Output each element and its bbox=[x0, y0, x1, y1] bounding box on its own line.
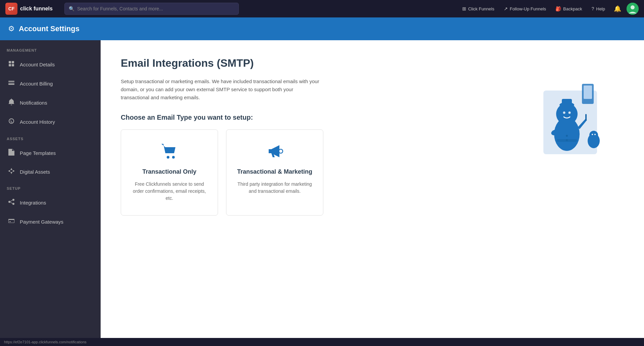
logo[interactable]: CF click funnels bbox=[5, 3, 59, 15]
page-description: Setup transactional or marketing emails.… bbox=[121, 77, 322, 102]
nav-click-funnels-label: Click Funnels bbox=[468, 6, 494, 11]
svg-rect-30 bbox=[585, 114, 587, 121]
nav-follow-up-funnels[interactable]: ↗ Follow-Up Funnels bbox=[500, 4, 549, 13]
content-wrapper: Email Integrations (SMTP) Setup transact… bbox=[121, 57, 624, 216]
svg-point-1 bbox=[631, 5, 635, 9]
sidebar-item-page-templates[interactable]: Page Templates bbox=[0, 143, 101, 163]
status-bar: https://ef2e7101-app.clickfunnels.com/no… bbox=[0, 338, 644, 346]
sidebar-account-history-label: Account History bbox=[20, 119, 55, 125]
transactional-only-card[interactable]: Transactional Only Free Clickfunnels ser… bbox=[121, 129, 218, 216]
sidebar: Management Account Details Account Billi… bbox=[0, 40, 101, 338]
sidebar-item-digital-assets[interactable]: Digital Assets bbox=[0, 163, 101, 181]
svg-rect-4 bbox=[9, 64, 11, 66]
setup-section-label: Setup bbox=[0, 181, 101, 193]
sidebar-payment-gateways-label: Payment Gateways bbox=[20, 219, 63, 225]
account-billing-icon bbox=[8, 79, 15, 88]
svg-rect-6 bbox=[8, 81, 14, 82]
sidebar-digital-assets-label: Digital Assets bbox=[20, 169, 50, 175]
sidebar-account-billing-label: Account Billing bbox=[20, 81, 53, 86]
svg-line-13 bbox=[10, 202, 12, 204]
transactional-marketing-title: Transactional & Marketing bbox=[236, 168, 313, 175]
sidebar-item-notifications[interactable]: Notifications bbox=[0, 93, 101, 112]
status-url: https://ef2e7101-app.clickfunnels.com/no… bbox=[4, 340, 87, 344]
svg-line-12 bbox=[10, 200, 12, 201]
avatar-image bbox=[627, 3, 639, 15]
svg-rect-5 bbox=[12, 64, 14, 66]
notifications-bell-icon[interactable]: 🔔 bbox=[611, 3, 624, 14]
sidebar-item-account-billing[interactable]: Account Billing bbox=[0, 74, 101, 93]
svg-rect-19 bbox=[584, 85, 592, 99]
svg-point-34 bbox=[566, 139, 568, 141]
settings-gear-icon: ⚙ bbox=[8, 24, 15, 33]
logo-icon: CF bbox=[5, 3, 17, 15]
sidebar-item-account-details[interactable]: Account Details bbox=[0, 55, 101, 74]
transactional-marketing-desc: Third party integration for marketing an… bbox=[236, 181, 313, 195]
page-title: Email Integrations (SMTP) bbox=[121, 57, 624, 69]
nav-backpack[interactable]: 🎒 Backpack bbox=[552, 4, 585, 13]
svg-point-15 bbox=[172, 156, 175, 159]
account-history-icon bbox=[8, 118, 15, 126]
account-details-icon bbox=[8, 60, 15, 69]
search-input[interactable] bbox=[77, 6, 234, 11]
followup-nav-icon: ↗ bbox=[504, 6, 508, 11]
megaphone-icon bbox=[236, 143, 313, 163]
logo-text: click funnels bbox=[20, 6, 53, 12]
svg-point-9 bbox=[8, 201, 10, 203]
sidebar-notifications-label: Notifications bbox=[20, 100, 47, 106]
svg-rect-8 bbox=[8, 84, 14, 85]
cart-icon bbox=[131, 143, 208, 163]
nav-help[interactable]: ? Help bbox=[588, 4, 608, 13]
sidebar-integrations-label: Integrations bbox=[20, 200, 46, 206]
backpack-nav-icon: 🎒 bbox=[555, 6, 561, 11]
digital-assets-icon bbox=[8, 168, 15, 176]
nav-click-funnels[interactable]: ⊞ Click Funnels bbox=[459, 4, 498, 13]
svg-rect-27 bbox=[562, 99, 572, 106]
transactional-only-title: Transactional Only bbox=[131, 168, 208, 175]
svg-point-14 bbox=[167, 156, 169, 159]
assets-section-label: Assets bbox=[0, 131, 101, 143]
account-settings-title: Account Settings bbox=[19, 24, 79, 33]
sidebar-item-account-history[interactable]: Account History bbox=[0, 112, 101, 131]
main-layout: Management Account Details Account Billi… bbox=[0, 40, 644, 338]
search-bar[interactable]: 🔍 bbox=[64, 3, 239, 15]
payment-gateways-icon bbox=[8, 218, 15, 226]
transactional-marketing-card[interactable]: Transactional & Marketing Third party in… bbox=[226, 129, 323, 216]
nav-help-label: Help bbox=[596, 6, 605, 11]
search-icon: 🔍 bbox=[69, 6, 74, 11]
content-area: Email Integrations (SMTP) Setup transact… bbox=[101, 40, 644, 338]
svg-point-22 bbox=[592, 134, 593, 135]
top-navigation: CF click funnels 🔍 ⊞ Click Funnels ↗ Fol… bbox=[0, 0, 644, 17]
svg-point-33 bbox=[566, 135, 568, 137]
account-settings-header: ⚙ Account Settings bbox=[0, 17, 644, 40]
sidebar-item-payment-gateways[interactable]: Payment Gateways bbox=[0, 212, 101, 231]
management-section-label: Management bbox=[0, 43, 101, 55]
illustration-area bbox=[523, 77, 604, 161]
sidebar-account-details-label: Account Details bbox=[20, 62, 55, 67]
chef-illustration bbox=[523, 77, 604, 161]
svg-point-11 bbox=[12, 203, 14, 205]
svg-rect-2 bbox=[9, 61, 11, 63]
svg-point-10 bbox=[12, 199, 14, 201]
nav-backpack-label: Backpack bbox=[563, 6, 582, 11]
transactional-only-desc: Free Clickfunnels service to send order … bbox=[131, 181, 208, 202]
sidebar-page-templates-label: Page Templates bbox=[20, 150, 56, 156]
sidebar-item-integrations[interactable]: Integrations bbox=[0, 193, 101, 212]
nav-links: ⊞ Click Funnels ↗ Follow-Up Funnels 🎒 Ba… bbox=[459, 3, 639, 15]
help-nav-icon: ? bbox=[591, 6, 594, 11]
svg-rect-3 bbox=[12, 61, 14, 63]
page-templates-icon bbox=[8, 149, 15, 157]
integrations-icon bbox=[8, 198, 15, 207]
svg-point-28 bbox=[563, 112, 566, 114]
user-avatar[interactable] bbox=[627, 3, 639, 15]
notifications-icon bbox=[8, 99, 15, 107]
nav-follow-up-label: Follow-Up Funnels bbox=[510, 6, 546, 11]
svg-point-23 bbox=[594, 134, 596, 135]
svg-point-21 bbox=[589, 131, 598, 139]
svg-point-29 bbox=[569, 112, 571, 114]
clickfunnels-nav-icon: ⊞ bbox=[462, 6, 466, 11]
